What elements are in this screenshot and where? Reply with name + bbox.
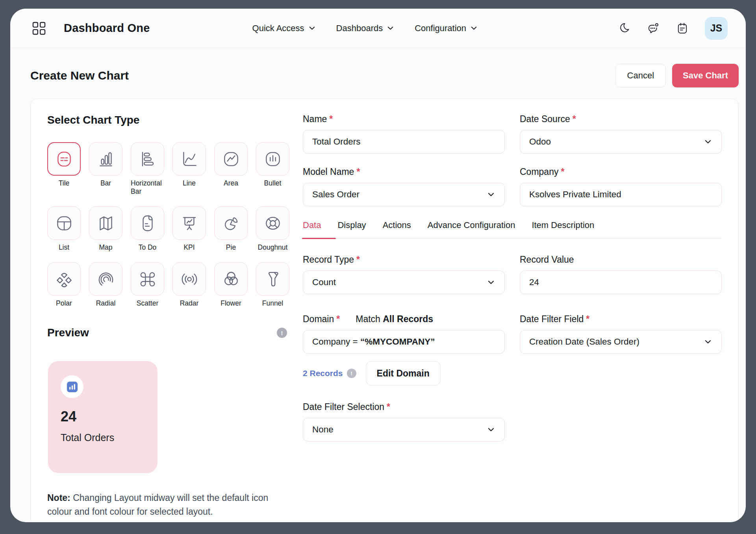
- domain-input[interactable]: Company = “%MYCOMPANY”: [303, 330, 505, 354]
- tab-advance-configuration[interactable]: Advance Configuration: [428, 220, 515, 238]
- nav-configuration[interactable]: Configuration: [415, 23, 478, 33]
- chart-type-polar[interactable]: Polar: [47, 262, 81, 308]
- main-nav: Quick Access Dashboards Configuration: [252, 23, 478, 33]
- chart-type-label: Radar: [180, 299, 199, 308]
- chart-type-label: Area: [224, 179, 238, 187]
- preview-label: Total Orders: [61, 432, 158, 443]
- required-marker: *: [336, 314, 340, 324]
- record-type-label: Record Type*: [303, 254, 505, 265]
- model-name-field-group: Model Name* Sales Order: [303, 167, 505, 206]
- model-name-label: Model Name*: [303, 167, 505, 177]
- chart-type-horizontal-bar[interactable]: Horizontal Bar: [131, 142, 164, 196]
- chart-type-funnel[interactable]: Funnel: [256, 262, 289, 308]
- nav-configuration-label: Configuration: [415, 23, 466, 33]
- app-title: Dashboard One: [64, 22, 150, 35]
- chart-type-label: Tile: [59, 179, 70, 187]
- chat-icon[interactable]: [647, 22, 660, 35]
- chart-type-radar[interactable]: Radar: [172, 262, 206, 308]
- chart-type-tile[interactable]: Tile: [47, 142, 81, 196]
- chart-type-bullet[interactable]: Bullet: [256, 142, 289, 196]
- record-value-field-group: Record Value 24: [520, 254, 722, 294]
- page-head: Create New Chart Cancel Save Chart: [10, 48, 746, 87]
- date-filter-selection-label: Date Filter Selection*: [303, 402, 505, 412]
- list-chart-icon: [54, 213, 74, 233]
- funnel-chart-icon: [263, 269, 283, 289]
- chart-type-label: Map: [99, 243, 112, 252]
- chart-type-area[interactable]: Area: [214, 142, 248, 196]
- chevron-down-icon: [487, 425, 495, 434]
- chart-type-flower[interactable]: Flower: [214, 262, 248, 308]
- company-label: Company*: [520, 167, 722, 177]
- nav-quick-access[interactable]: Quick Access: [252, 23, 316, 33]
- record-type-select[interactable]: Count: [303, 271, 505, 294]
- tab-data[interactable]: Data: [303, 220, 321, 238]
- chart-type-bar[interactable]: Bar: [89, 142, 122, 196]
- chart-type-line[interactable]: Line: [172, 142, 206, 196]
- chart-type-radial[interactable]: Radial: [89, 262, 122, 308]
- horizontal-bar-chart-icon: [138, 149, 158, 169]
- chart-type-label: KPI: [183, 243, 195, 252]
- tile-chart-icon: [54, 149, 74, 169]
- date-filter-selection-select[interactable]: None: [303, 418, 505, 441]
- nav-quick-access-label: Quick Access: [252, 23, 304, 33]
- avatar[interactable]: JS: [705, 17, 728, 40]
- date-source-select[interactable]: Odoo: [520, 130, 722, 154]
- company-value: Ksolves Private Limited: [529, 189, 621, 200]
- page-title: Create New Chart: [30, 69, 129, 82]
- chevron-down-icon: [704, 137, 712, 146]
- chart-type-label: Scatter: [137, 299, 158, 308]
- model-name-value: Sales Order: [312, 189, 359, 200]
- form-tabs: Data Display Actions Advance Configurati…: [303, 220, 722, 239]
- required-marker: *: [586, 314, 589, 324]
- grid-icon[interactable]: [32, 21, 46, 36]
- tab-actions[interactable]: Actions: [383, 220, 411, 238]
- edit-domain-button[interactable]: Edit Domain: [366, 361, 441, 386]
- required-marker: *: [573, 114, 576, 124]
- note-prefix: Note:: [47, 493, 70, 503]
- records-count-link[interactable]: 2 Records: [303, 369, 343, 378]
- app-window: Dashboard One Quick Access Dashboards Co…: [10, 9, 746, 522]
- chart-type-map[interactable]: Map: [89, 206, 122, 252]
- date-source-field-group: Date Source* Odoo: [520, 114, 722, 154]
- domain-value: Company = “%MYCOMPANY”: [312, 337, 435, 347]
- chart-type-scatter[interactable]: Scatter: [131, 262, 164, 308]
- company-input[interactable]: Ksolves Private Limited: [520, 183, 722, 206]
- nav-dashboards[interactable]: Dashboards: [336, 23, 395, 33]
- chart-type-list[interactable]: List: [47, 206, 81, 252]
- name-label: Name*: [303, 114, 505, 124]
- date-filter-selection-group: Date Filter Selection* None: [303, 402, 505, 441]
- domain-records-row: 2 Records ! Edit Domain: [303, 361, 505, 386]
- save-chart-button[interactable]: Save Chart: [672, 64, 739, 87]
- name-value: Total Orders: [312, 137, 361, 147]
- chart-type-todo[interactable]: To Do: [131, 206, 164, 252]
- record-value-label: Record Value: [520, 254, 722, 265]
- records-info-icon[interactable]: !: [347, 369, 356, 378]
- scatter-chart-icon: [138, 269, 158, 289]
- chart-type-label: Pie: [226, 243, 236, 252]
- notes-icon[interactable]: [676, 22, 689, 35]
- chevron-down-icon: [487, 278, 495, 287]
- name-input[interactable]: Total Orders: [303, 130, 505, 154]
- chart-type-doughnut[interactable]: Doughnut: [256, 206, 289, 252]
- chart-type-pie[interactable]: Pie: [214, 206, 248, 252]
- name-field-group: Name* Total Orders: [303, 114, 505, 154]
- chart-type-column: Select Chart Type Tile: [47, 114, 289, 511]
- preview-info-icon[interactable]: !: [277, 328, 287, 338]
- chart-type-grid: Tile Bar: [47, 142, 289, 308]
- tab-item-description[interactable]: Item Description: [532, 220, 594, 238]
- preview-icon-circle: [61, 375, 83, 398]
- moon-icon[interactable]: [617, 22, 631, 35]
- chevron-down-icon: [308, 24, 316, 32]
- cancel-button[interactable]: Cancel: [615, 64, 666, 87]
- area-chart-icon: [221, 149, 241, 169]
- bar-chart-icon: [96, 149, 116, 169]
- date-filter-field-select[interactable]: Creation Date (Sales Order): [520, 330, 722, 354]
- chart-type-label: Radial: [96, 299, 116, 308]
- model-name-select[interactable]: Sales Order: [303, 183, 505, 206]
- chevron-down-icon: [487, 190, 495, 199]
- tab-display[interactable]: Display: [337, 220, 366, 238]
- record-value-value: 24: [529, 277, 539, 287]
- record-value-input[interactable]: 24: [520, 271, 722, 294]
- chart-type-kpi[interactable]: KPI: [172, 206, 206, 252]
- create-chart-panel: Select Chart Type Tile: [30, 98, 739, 522]
